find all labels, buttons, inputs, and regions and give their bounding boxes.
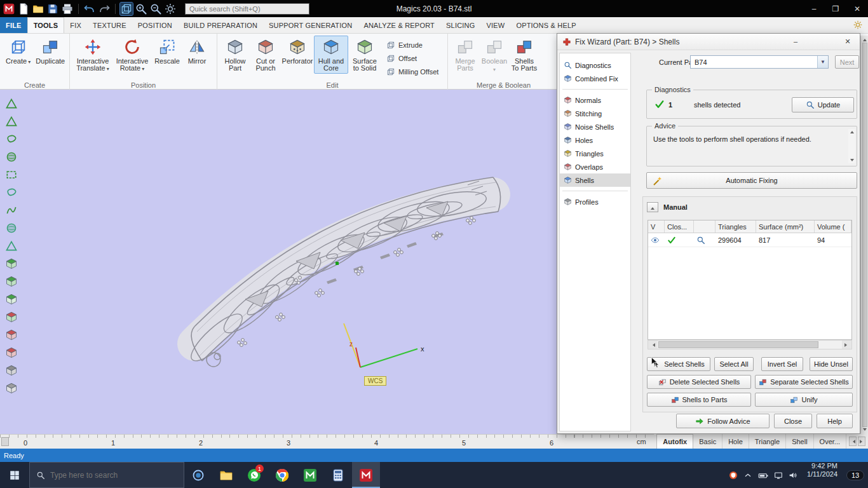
freeform-selection-tool-icon[interactable]	[5, 204, 18, 217]
select-all-button[interactable]: Select All	[714, 357, 754, 371]
separate-selected-shells-button[interactable]: Separate Selected Shells	[755, 375, 853, 389]
ribbon-display-options-icon[interactable]	[853, 20, 863, 30]
view-left-cube-icon[interactable]	[5, 346, 18, 359]
shell-table-row[interactable]: 299604 817 94	[648, 233, 851, 247]
zoom-out-icon[interactable]	[149, 3, 162, 15]
action-center-button[interactable]: 13	[843, 462, 868, 488]
wizard-nav-normals[interactable]: Normals	[560, 93, 630, 107]
volume-icon[interactable]	[788, 470, 798, 480]
start-button[interactable]	[0, 462, 29, 488]
undo-icon[interactable]	[83, 3, 96, 15]
wizard-nav-diagnostics[interactable]: Diagnostics	[560, 58, 630, 72]
ellipse-selection-tool-icon[interactable]	[5, 186, 18, 199]
view-cube-icon[interactable]	[120, 3, 133, 15]
interactive-rotate-button[interactable]: Interactive Rotate	[113, 36, 151, 74]
wizard-nav-profiles[interactable]: Profiles	[560, 195, 630, 208]
green-m-app-button[interactable]	[296, 462, 324, 488]
wizard-nav-noise-shells[interactable]: Noise Shells	[560, 120, 630, 133]
save-icon[interactable]	[46, 3, 59, 15]
hide-unselected-button[interactable]: Hide Unsel	[810, 357, 853, 371]
page-tab-basic[interactable]: Basic	[693, 434, 722, 449]
dialog-close-button[interactable]: ✕	[838, 34, 857, 50]
quick-search-input[interactable]	[185, 3, 309, 15]
follow-advice-button[interactable]: Follow Advice	[676, 414, 770, 428]
close-wizard-button[interactable]: Close	[774, 414, 812, 428]
create-button[interactable]: Create	[3, 36, 34, 67]
page-tab-overlap[interactable]: Over...	[814, 434, 846, 449]
wizard-nav-combined-fix[interactable]: Combined Fix	[560, 72, 630, 85]
cortana-button[interactable]	[184, 462, 212, 488]
file-explorer-button[interactable]	[212, 462, 240, 488]
menu-tab-tools[interactable]: TOOLS	[27, 17, 65, 33]
menu-tab-texture[interactable]: TEXTURE	[87, 17, 132, 33]
wizard-nav-holes[interactable]: Holes	[560, 133, 630, 147]
table-scroll-left[interactable]	[648, 341, 658, 349]
wizard-nav-shells[interactable]: Shells	[560, 173, 630, 187]
hidden-icons-chevron[interactable]	[743, 470, 753, 480]
marking-plane-tool-icon[interactable]	[5, 115, 18, 128]
view-back-cube-icon[interactable]	[5, 329, 18, 341]
wizard-nav-triangles[interactable]: Triangles	[560, 147, 630, 160]
restore-button[interactable]: ❐	[825, 0, 846, 17]
extrude-button[interactable]: Extrude	[386, 41, 438, 50]
view-front-cube-icon[interactable]	[5, 293, 18, 306]
network-icon[interactable]	[773, 470, 783, 480]
invert-selection-button[interactable]: Invert Sel	[761, 357, 803, 371]
tab-scroll-right-button[interactable]	[858, 437, 865, 446]
chrome-button[interactable]	[268, 462, 296, 488]
advice-scroll-up[interactable]	[850, 129, 854, 133]
menu-tab-view[interactable]: VIEW	[480, 17, 510, 33]
new-document-icon[interactable]	[17, 3, 30, 15]
zoom-to-shell-icon[interactable]	[696, 236, 705, 245]
taskbar-search[interactable]	[29, 462, 184, 488]
interactive-translate-button[interactable]: Interactive Translate	[72, 36, 113, 74]
menu-tab-support-generation[interactable]: SUPPORT GENERATION	[263, 17, 358, 33]
milling-offset-button[interactable]: Milling Offset	[386, 67, 438, 76]
boolean-button[interactable]: Boolean	[480, 36, 509, 75]
delete-selected-shells-button[interactable]: Delete Selected Shells	[647, 375, 751, 389]
close-button[interactable]: ✕	[846, 0, 868, 17]
page-tab-hole[interactable]: Hole	[722, 434, 749, 449]
next-button[interactable]: Next	[835, 55, 859, 69]
shells-to-parts-ribbon-button[interactable]: Shells To Parts	[509, 36, 539, 74]
automatic-fixing-button[interactable]: Automatic Fixing	[646, 172, 857, 189]
merge-parts-button[interactable]: Merge Parts	[451, 36, 480, 74]
hull-and-core-button[interactable]: Hull and Core	[314, 36, 348, 74]
cut-or-punch-button[interactable]: Cut or Punch	[250, 36, 281, 74]
table-horizontal-scrollbar[interactable]	[648, 340, 852, 349]
surface-to-solid-button[interactable]: Surface to Solid	[348, 36, 381, 74]
page-tab-triangle[interactable]: Triangle	[749, 434, 786, 449]
combo-dropdown-arrow[interactable]: ▼	[817, 56, 828, 68]
menu-tab-options-help[interactable]: OPTIONS & HELP	[510, 17, 582, 33]
view-iso-cube-icon[interactable]	[5, 257, 18, 270]
taskbar-search-input[interactable]	[50, 471, 165, 480]
print-icon[interactable]	[61, 3, 74, 15]
view-top-cube-icon[interactable]	[5, 275, 18, 288]
menu-tab-fix[interactable]: FIX	[64, 17, 87, 33]
marking-surface-tool-icon[interactable]	[5, 133, 18, 146]
tab-scroll-left-button[interactable]	[849, 437, 857, 446]
magics-taskbar-button[interactable]	[352, 462, 380, 488]
brush-selection-tool-icon[interactable]	[5, 222, 18, 234]
offset-button[interactable]: Offset	[386, 54, 438, 63]
taskbar-clock[interactable]: 9:42 PM 1/11/2024	[802, 462, 843, 488]
polygon-selection-tool-icon[interactable]	[5, 240, 18, 252]
wizard-nav-overlaps[interactable]: Overlaps	[560, 160, 630, 173]
help-button[interactable]: Help	[817, 414, 853, 428]
menu-tab-slicing[interactable]: SLICING	[440, 17, 480, 33]
scrollbar-thumb[interactable]	[862, 43, 867, 427]
page-tab-shell[interactable]: Shell	[786, 434, 813, 449]
open-file-icon[interactable]	[32, 3, 44, 15]
dialog-minimize-button[interactable]: –	[786, 34, 805, 50]
mirror-button[interactable]: Mirror	[183, 36, 211, 67]
page-tab-autofix[interactable]: Autofix	[656, 434, 693, 449]
scroll-up-arrow[interactable]	[863, 37, 867, 41]
rescale-button[interactable]: Rescale	[151, 36, 183, 67]
whatsapp-button[interactable]: 1	[240, 462, 268, 488]
rectangle-selection-tool-icon[interactable]	[5, 168, 18, 181]
scroll-down-arrow[interactable]	[863, 428, 867, 433]
duplicate-button[interactable]: Duplicate	[34, 36, 67, 67]
vertical-scrollbar[interactable]	[860, 36, 868, 434]
antivirus-tray-icon[interactable]	[728, 470, 738, 480]
menu-tab-file[interactable]: FILE	[0, 17, 27, 33]
